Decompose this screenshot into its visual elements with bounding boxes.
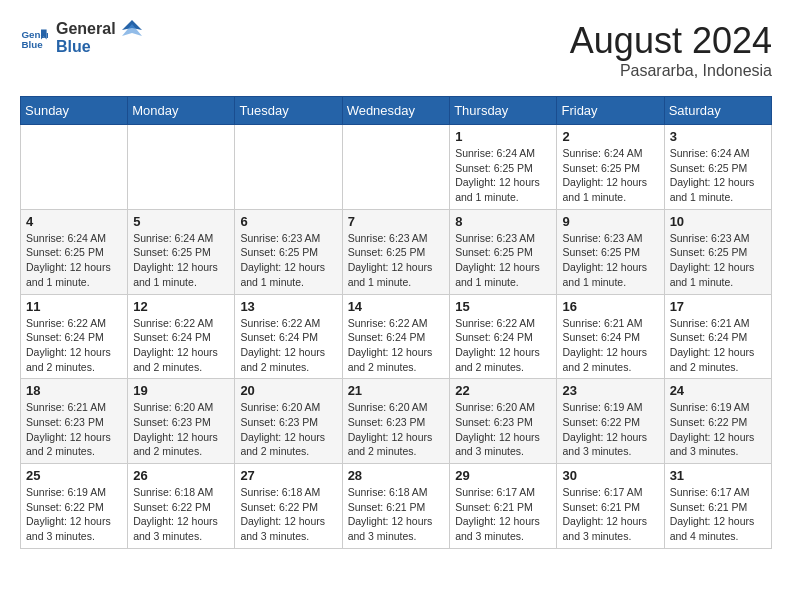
calendar-cell: 22Sunrise: 6:20 AM Sunset: 6:23 PM Dayli…	[450, 379, 557, 464]
day-info: Sunrise: 6:22 AM Sunset: 6:24 PM Dayligh…	[133, 316, 229, 375]
calendar-cell: 6Sunrise: 6:23 AM Sunset: 6:25 PM Daylig…	[235, 209, 342, 294]
title-block: August 2024 Pasararba, Indonesia	[570, 20, 772, 80]
calendar-cell: 19Sunrise: 6:20 AM Sunset: 6:23 PM Dayli…	[128, 379, 235, 464]
day-number: 8	[455, 214, 551, 229]
calendar-cell: 7Sunrise: 6:23 AM Sunset: 6:25 PM Daylig…	[342, 209, 450, 294]
day-info: Sunrise: 6:22 AM Sunset: 6:24 PM Dayligh…	[240, 316, 336, 375]
day-info: Sunrise: 6:23 AM Sunset: 6:25 PM Dayligh…	[455, 231, 551, 290]
day-info: Sunrise: 6:18 AM Sunset: 6:21 PM Dayligh…	[348, 485, 445, 544]
day-number: 5	[133, 214, 229, 229]
calendar-cell: 23Sunrise: 6:19 AM Sunset: 6:22 PM Dayli…	[557, 379, 664, 464]
day-info: Sunrise: 6:22 AM Sunset: 6:24 PM Dayligh…	[348, 316, 445, 375]
calendar-cell: 29Sunrise: 6:17 AM Sunset: 6:21 PM Dayli…	[450, 464, 557, 549]
calendar-cell: 20Sunrise: 6:20 AM Sunset: 6:23 PM Dayli…	[235, 379, 342, 464]
calendar-cell: 1Sunrise: 6:24 AM Sunset: 6:25 PM Daylig…	[450, 125, 557, 210]
day-number: 27	[240, 468, 336, 483]
day-number: 7	[348, 214, 445, 229]
day-info: Sunrise: 6:24 AM Sunset: 6:25 PM Dayligh…	[133, 231, 229, 290]
calendar-cell: 10Sunrise: 6:23 AM Sunset: 6:25 PM Dayli…	[664, 209, 771, 294]
weekday-header-sunday: Sunday	[21, 97, 128, 125]
week-row-2: 4Sunrise: 6:24 AM Sunset: 6:25 PM Daylig…	[21, 209, 772, 294]
logo-text-general: General	[56, 20, 116, 38]
day-number: 30	[562, 468, 658, 483]
week-row-1: 1Sunrise: 6:24 AM Sunset: 6:25 PM Daylig…	[21, 125, 772, 210]
day-number: 9	[562, 214, 658, 229]
day-number: 12	[133, 299, 229, 314]
day-number: 31	[670, 468, 766, 483]
day-info: Sunrise: 6:23 AM Sunset: 6:25 PM Dayligh…	[562, 231, 658, 290]
calendar-cell: 17Sunrise: 6:21 AM Sunset: 6:24 PM Dayli…	[664, 294, 771, 379]
day-info: Sunrise: 6:23 AM Sunset: 6:25 PM Dayligh…	[670, 231, 766, 290]
day-info: Sunrise: 6:20 AM Sunset: 6:23 PM Dayligh…	[455, 400, 551, 459]
calendar-table: SundayMondayTuesdayWednesdayThursdayFrid…	[20, 96, 772, 549]
calendar-cell: 3Sunrise: 6:24 AM Sunset: 6:25 PM Daylig…	[664, 125, 771, 210]
day-number: 11	[26, 299, 122, 314]
day-number: 24	[670, 383, 766, 398]
logo-text-blue: Blue	[56, 38, 116, 56]
calendar-cell: 2Sunrise: 6:24 AM Sunset: 6:25 PM Daylig…	[557, 125, 664, 210]
logo-bird-icon	[122, 20, 142, 52]
calendar-cell: 28Sunrise: 6:18 AM Sunset: 6:21 PM Dayli…	[342, 464, 450, 549]
calendar-cell: 15Sunrise: 6:22 AM Sunset: 6:24 PM Dayli…	[450, 294, 557, 379]
day-info: Sunrise: 6:22 AM Sunset: 6:24 PM Dayligh…	[26, 316, 122, 375]
svg-marker-4	[122, 24, 142, 36]
day-info: Sunrise: 6:17 AM Sunset: 6:21 PM Dayligh…	[670, 485, 766, 544]
calendar-cell: 12Sunrise: 6:22 AM Sunset: 6:24 PM Dayli…	[128, 294, 235, 379]
day-info: Sunrise: 6:20 AM Sunset: 6:23 PM Dayligh…	[348, 400, 445, 459]
svg-text:Blue: Blue	[21, 39, 43, 50]
weekday-header-friday: Friday	[557, 97, 664, 125]
day-number: 6	[240, 214, 336, 229]
logo-icon: General Blue	[20, 24, 48, 52]
day-info: Sunrise: 6:24 AM Sunset: 6:25 PM Dayligh…	[455, 146, 551, 205]
day-info: Sunrise: 6:24 AM Sunset: 6:25 PM Dayligh…	[562, 146, 658, 205]
day-number: 4	[26, 214, 122, 229]
day-info: Sunrise: 6:18 AM Sunset: 6:22 PM Dayligh…	[133, 485, 229, 544]
calendar-cell: 5Sunrise: 6:24 AM Sunset: 6:25 PM Daylig…	[128, 209, 235, 294]
day-info: Sunrise: 6:24 AM Sunset: 6:25 PM Dayligh…	[670, 146, 766, 205]
day-info: Sunrise: 6:18 AM Sunset: 6:22 PM Dayligh…	[240, 485, 336, 544]
location-subtitle: Pasararba, Indonesia	[570, 62, 772, 80]
day-number: 29	[455, 468, 551, 483]
day-info: Sunrise: 6:19 AM Sunset: 6:22 PM Dayligh…	[562, 400, 658, 459]
calendar-cell	[342, 125, 450, 210]
day-number: 19	[133, 383, 229, 398]
logo: General Blue General Blue	[20, 20, 142, 57]
day-number: 28	[348, 468, 445, 483]
day-info: Sunrise: 6:20 AM Sunset: 6:23 PM Dayligh…	[133, 400, 229, 459]
day-info: Sunrise: 6:20 AM Sunset: 6:23 PM Dayligh…	[240, 400, 336, 459]
day-info: Sunrise: 6:21 AM Sunset: 6:24 PM Dayligh…	[562, 316, 658, 375]
page-header: General Blue General Blue August 2024 Pa…	[20, 20, 772, 80]
day-number: 20	[240, 383, 336, 398]
day-number: 22	[455, 383, 551, 398]
calendar-cell: 13Sunrise: 6:22 AM Sunset: 6:24 PM Dayli…	[235, 294, 342, 379]
calendar-cell: 24Sunrise: 6:19 AM Sunset: 6:22 PM Dayli…	[664, 379, 771, 464]
day-info: Sunrise: 6:21 AM Sunset: 6:24 PM Dayligh…	[670, 316, 766, 375]
day-number: 13	[240, 299, 336, 314]
calendar-cell: 11Sunrise: 6:22 AM Sunset: 6:24 PM Dayli…	[21, 294, 128, 379]
day-info: Sunrise: 6:22 AM Sunset: 6:24 PM Dayligh…	[455, 316, 551, 375]
weekday-header-tuesday: Tuesday	[235, 97, 342, 125]
day-number: 17	[670, 299, 766, 314]
day-number: 25	[26, 468, 122, 483]
calendar-cell: 26Sunrise: 6:18 AM Sunset: 6:22 PM Dayli…	[128, 464, 235, 549]
day-number: 26	[133, 468, 229, 483]
weekday-header-saturday: Saturday	[664, 97, 771, 125]
day-info: Sunrise: 6:23 AM Sunset: 6:25 PM Dayligh…	[348, 231, 445, 290]
calendar-cell: 30Sunrise: 6:17 AM Sunset: 6:21 PM Dayli…	[557, 464, 664, 549]
calendar-cell: 4Sunrise: 6:24 AM Sunset: 6:25 PM Daylig…	[21, 209, 128, 294]
calendar-cell: 14Sunrise: 6:22 AM Sunset: 6:24 PM Dayli…	[342, 294, 450, 379]
calendar-cell: 8Sunrise: 6:23 AM Sunset: 6:25 PM Daylig…	[450, 209, 557, 294]
calendar-cell: 21Sunrise: 6:20 AM Sunset: 6:23 PM Dayli…	[342, 379, 450, 464]
day-info: Sunrise: 6:17 AM Sunset: 6:21 PM Dayligh…	[455, 485, 551, 544]
month-year-title: August 2024	[570, 20, 772, 62]
weekday-header-row: SundayMondayTuesdayWednesdayThursdayFrid…	[21, 97, 772, 125]
calendar-cell: 25Sunrise: 6:19 AM Sunset: 6:22 PM Dayli…	[21, 464, 128, 549]
day-info: Sunrise: 6:21 AM Sunset: 6:23 PM Dayligh…	[26, 400, 122, 459]
calendar-cell	[21, 125, 128, 210]
calendar-cell	[235, 125, 342, 210]
calendar-cell: 18Sunrise: 6:21 AM Sunset: 6:23 PM Dayli…	[21, 379, 128, 464]
weekday-header-wednesday: Wednesday	[342, 97, 450, 125]
calendar-cell	[128, 125, 235, 210]
day-number: 3	[670, 129, 766, 144]
day-info: Sunrise: 6:23 AM Sunset: 6:25 PM Dayligh…	[240, 231, 336, 290]
